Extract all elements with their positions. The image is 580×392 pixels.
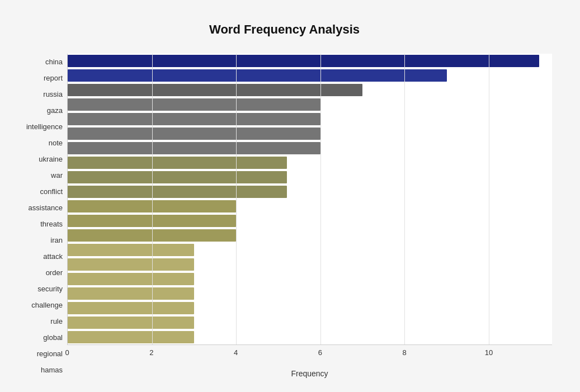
y-label: assistance [29, 204, 63, 211]
y-label: attack [43, 253, 63, 260]
y-label: conflict [40, 188, 63, 195]
bar-row [68, 68, 552, 83]
x-tick-label: 4 [234, 348, 238, 357]
chart-container: Word Frequency Analysis chinareportrussi… [11, 11, 569, 392]
bar [68, 200, 236, 212]
y-label: report [44, 74, 63, 82]
y-label: order [46, 269, 63, 276]
bar-row [68, 199, 552, 214]
y-label: russia [43, 91, 63, 98]
bar-row [68, 112, 552, 126]
y-label: threats [40, 220, 63, 228]
bar [68, 113, 320, 125]
x-axis-title: Frequency [67, 369, 552, 378]
bar [68, 186, 287, 198]
bar-row [68, 330, 552, 344]
bar-row [68, 97, 552, 112]
bar [68, 273, 194, 285]
bar-row [68, 315, 552, 330]
bar-row [68, 170, 552, 185]
bar-row [68, 185, 552, 199]
bar [68, 84, 362, 96]
x-tick-label: 8 [403, 348, 407, 357]
y-label: ukraine [39, 155, 63, 163]
y-label: iran [50, 237, 63, 244]
bar [68, 127, 320, 140]
x-tick-label: 0 [65, 348, 69, 357]
bar [68, 171, 287, 183]
bars-and-grid: 0246810 Frequency [67, 54, 552, 378]
bar [68, 215, 236, 227]
bar-row [68, 257, 552, 272]
chart-title: Word Frequency Analysis [17, 22, 552, 37]
bar-row [68, 83, 552, 97]
bar-row [68, 126, 552, 141]
bar-row [68, 301, 552, 315]
y-label: note [49, 139, 63, 147]
bar [68, 229, 236, 242]
y-label: regional [37, 350, 63, 357]
y-label: war [51, 172, 63, 179]
bar [68, 331, 194, 343]
bar [68, 287, 194, 300]
y-label: security [37, 285, 63, 292]
y-label: global [43, 334, 63, 341]
bar-row [68, 155, 552, 170]
y-label: hamas [41, 366, 63, 374]
x-tick-label: 2 [149, 348, 153, 357]
bar [68, 55, 539, 67]
x-tick-label: 10 [485, 348, 493, 357]
bar [68, 69, 447, 82]
x-tick-label: 6 [318, 348, 322, 357]
bar [68, 142, 320, 154]
y-label: rule [50, 318, 63, 325]
bars-wrapper [67, 54, 552, 345]
bar [68, 258, 194, 271]
bar-row [68, 214, 552, 228]
bar [68, 244, 194, 256]
bar [68, 98, 320, 111]
chart-area: chinareportrussiagazaintelligencenoteukr… [17, 54, 552, 378]
y-label: gaza [47, 107, 63, 114]
bar [68, 317, 194, 329]
bar [68, 302, 194, 314]
bar-row [68, 286, 552, 301]
y-label: china [45, 58, 63, 65]
y-axis-labels: chinareportrussiagazaintelligencenoteukr… [17, 54, 67, 378]
bar-row [68, 228, 552, 243]
y-label: intelligence [26, 123, 63, 130]
bar-row [68, 54, 552, 68]
bar-row [68, 141, 552, 155]
y-label: challenge [31, 301, 63, 309]
bar [68, 157, 287, 169]
bar-row [68, 272, 552, 286]
bar-row [68, 243, 552, 257]
x-axis-labels: 0246810 [67, 348, 552, 352]
